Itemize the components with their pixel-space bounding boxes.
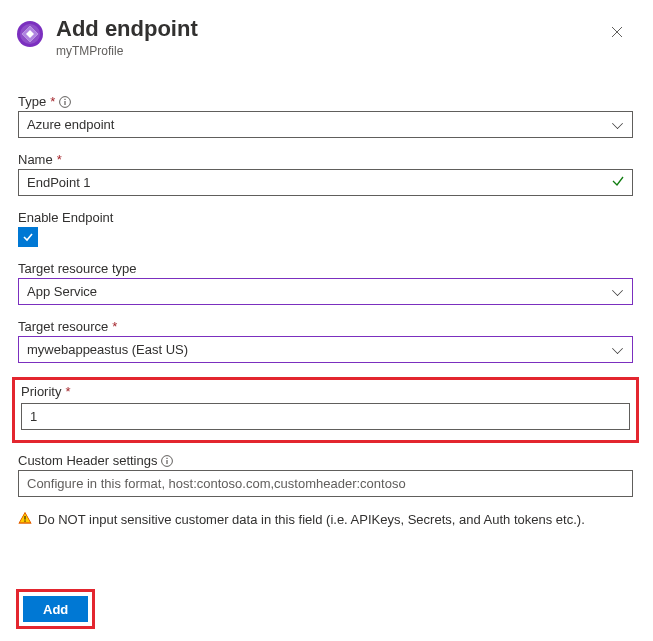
label-type-text: Type — [18, 94, 46, 109]
panel-subtitle: myTMProfile — [56, 44, 601, 58]
add-button-highlight: Add — [16, 589, 95, 629]
label-target-type: Target resource type — [18, 261, 633, 276]
field-target: Target resource * — [18, 319, 633, 363]
required-mark: * — [65, 384, 70, 399]
field-type: Type * — [18, 94, 633, 138]
svg-rect-6 — [167, 460, 168, 464]
required-mark: * — [57, 152, 62, 167]
svg-rect-4 — [65, 98, 66, 99]
close-icon — [611, 26, 623, 38]
label-name: Name * — [18, 152, 633, 167]
label-custom-header: Custom Header settings — [18, 453, 633, 468]
label-type: Type * — [18, 94, 633, 109]
select-type-wrap — [18, 111, 633, 138]
warning-text: Do NOT input sensitive customer data in … — [38, 512, 585, 527]
checkmark-icon — [22, 231, 34, 243]
label-custom-header-text: Custom Header settings — [18, 453, 157, 468]
input-name[interactable] — [18, 169, 633, 196]
info-icon[interactable] — [59, 96, 71, 108]
label-target: Target resource * — [18, 319, 633, 334]
field-name: Name * — [18, 152, 633, 196]
traffic-manager-icon — [16, 20, 44, 48]
required-mark: * — [50, 94, 55, 109]
checkbox-enable[interactable] — [18, 227, 38, 247]
add-endpoint-panel: Add endpoint myTMProfile Type * Name * — [0, 0, 653, 641]
warning-icon — [18, 511, 32, 528]
svg-rect-3 — [65, 101, 66, 105]
form-body: Type * Name * — [16, 94, 633, 528]
footer: Add — [16, 589, 95, 629]
input-priority[interactable] — [21, 403, 630, 430]
close-button[interactable] — [601, 16, 633, 48]
warning-row: Do NOT input sensitive customer data in … — [18, 511, 633, 528]
field-custom-header: Custom Header settings — [18, 453, 633, 497]
label-name-text: Name — [18, 152, 53, 167]
label-priority: Priority * — [21, 384, 630, 399]
label-enable: Enable Endpoint — [18, 210, 633, 225]
select-type[interactable] — [18, 111, 633, 138]
field-enable: Enable Endpoint — [18, 210, 633, 247]
label-target-type-text: Target resource type — [18, 261, 137, 276]
required-mark: * — [112, 319, 117, 334]
titles: Add endpoint myTMProfile — [56, 16, 601, 58]
label-priority-text: Priority — [21, 384, 61, 399]
label-enable-text: Enable Endpoint — [18, 210, 113, 225]
add-button[interactable]: Add — [23, 596, 88, 622]
input-name-wrap — [18, 169, 633, 196]
svg-rect-7 — [167, 457, 168, 458]
label-target-text: Target resource — [18, 319, 108, 334]
select-target[interactable] — [18, 336, 633, 363]
input-custom-header[interactable] — [18, 470, 633, 497]
select-target-type[interactable] — [18, 278, 633, 305]
select-target-wrap — [18, 336, 633, 363]
info-icon[interactable] — [161, 455, 173, 467]
panel-header: Add endpoint myTMProfile — [16, 16, 633, 58]
select-target-type-wrap — [18, 278, 633, 305]
svg-rect-8 — [24, 516, 25, 520]
svg-rect-9 — [24, 520, 25, 521]
field-target-type: Target resource type — [18, 261, 633, 305]
panel-title: Add endpoint — [56, 16, 601, 42]
priority-highlight: Priority * — [12, 377, 639, 443]
